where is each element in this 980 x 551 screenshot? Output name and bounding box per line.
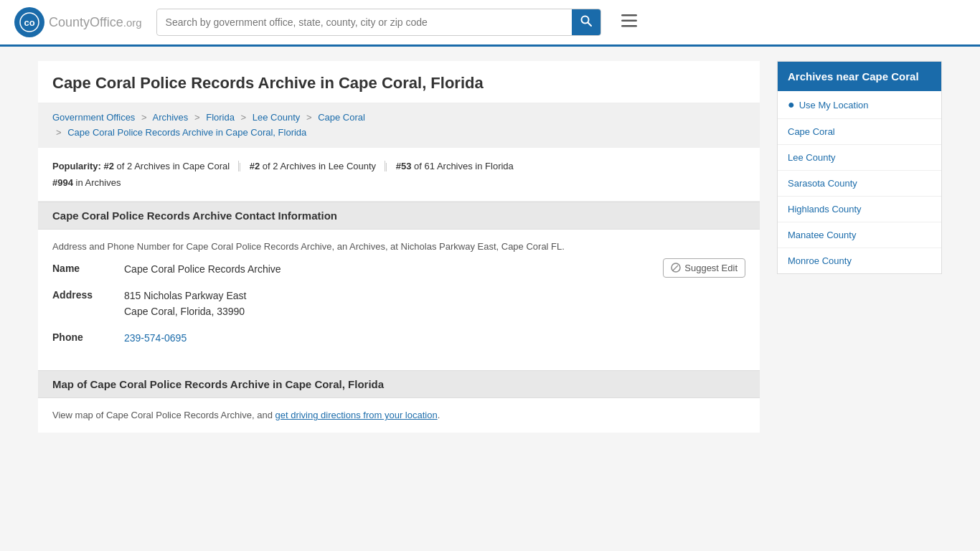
svg-text:co: co xyxy=(24,17,34,28)
driving-directions-link[interactable]: get driving directions from your locatio… xyxy=(275,410,437,420)
sidebar-box: Archives near Cape Coral ● Use My Locati… xyxy=(777,61,942,274)
breadcrumb-sep-2: > xyxy=(194,112,200,123)
breadcrumb-government-offices[interactable]: Government Offices xyxy=(52,112,135,123)
hamburger-icon xyxy=(621,14,637,27)
address-value: 815 Nicholas Parkway East Cape Coral, Fl… xyxy=(124,288,745,320)
map-description: View map of Cape Coral Police Records Ar… xyxy=(38,398,760,433)
contact-description: Address and Phone Number for Cape Coral … xyxy=(38,230,760,261)
breadcrumb-sep-4: > xyxy=(306,112,312,123)
sidebar-item-lee-county: Lee County xyxy=(778,145,941,171)
sidebar-title: Archives near Cape Coral xyxy=(778,62,941,91)
sidebar-item-sarasota-county: Sarasota County xyxy=(778,171,941,197)
phone-link[interactable]: 239-574-0695 xyxy=(124,332,187,344)
name-value: Cape Coral Police Records Archive Sugges… xyxy=(124,261,745,278)
popularity-section: Popularity: #2 of 2 Archives in Cape Cor… xyxy=(38,148,760,202)
svg-line-8 xyxy=(674,265,678,270)
logo-text: CountyOffice.org xyxy=(49,15,142,30)
breadcrumb-sep-5: > xyxy=(56,127,62,138)
page-title: Cape Coral Police Records Archive in Cap… xyxy=(38,61,760,103)
map-section-header: Map of Cape Coral Police Records Archive… xyxy=(38,370,760,398)
logo-icon: co xyxy=(14,7,44,37)
svg-rect-6 xyxy=(621,25,637,27)
breadcrumb-cape-coral[interactable]: Cape Coral xyxy=(318,112,365,123)
location-pin-icon: ● xyxy=(788,98,795,111)
site-logo[interactable]: co CountyOffice.org xyxy=(14,7,142,37)
suggest-edit-button[interactable]: Suggest Edit xyxy=(663,258,745,278)
breadcrumb-sep-3: > xyxy=(241,112,247,123)
edit-icon xyxy=(671,263,681,273)
svg-rect-4 xyxy=(621,14,637,17)
search-input[interactable] xyxy=(157,11,572,34)
sidebar: Archives near Cape Coral ● Use My Locati… xyxy=(777,61,942,433)
pop-item-4: #994 in Archives xyxy=(52,177,121,188)
breadcrumb-florida[interactable]: Florida xyxy=(206,112,235,123)
breadcrumb-current[interactable]: Cape Coral Police Records Archive in Cap… xyxy=(67,127,306,138)
sidebar-item-cape-coral: Cape Coral xyxy=(778,119,941,145)
breadcrumb-archives[interactable]: Archives xyxy=(153,112,189,123)
svg-line-3 xyxy=(588,23,591,27)
sidebar-item-monroe-county: Monroe County xyxy=(778,248,941,273)
menu-button[interactable] xyxy=(616,10,643,34)
sidebar-use-location[interactable]: ● Use My Location xyxy=(778,91,941,119)
pop-item-1: #2 of 2 Archives in Cape Coral xyxy=(104,161,230,171)
contact-name-row: Name Cape Coral Police Records Archive S… xyxy=(52,261,745,278)
popularity-label: Popularity: xyxy=(52,161,101,171)
sidebar-item-manatee-county: Manatee County xyxy=(778,222,941,248)
sidebar-item-highlands-county: Highlands County xyxy=(778,197,941,222)
pop-item-2: #2 of 2 Archives in Lee County xyxy=(250,161,376,171)
breadcrumb: Government Offices > Archives > Florida … xyxy=(38,103,760,148)
search-button[interactable] xyxy=(572,9,600,35)
address-label: Address xyxy=(52,288,124,301)
contact-section-header: Cape Coral Police Records Archive Contac… xyxy=(38,202,760,230)
pop-item-3: #53 of 61 Archives in Florida xyxy=(396,161,514,171)
contact-phone-row: Phone 239-574-0695 xyxy=(52,330,745,346)
search-container xyxy=(156,9,601,36)
breadcrumb-sep-1: > xyxy=(141,112,147,123)
phone-label: Phone xyxy=(52,330,124,343)
search-icon xyxy=(580,15,592,27)
breadcrumb-lee-county[interactable]: Lee County xyxy=(253,112,301,123)
svg-line-9 xyxy=(673,270,674,270)
contact-address-row: Address 815 Nicholas Parkway East Cape C… xyxy=(52,288,745,320)
use-my-location-link[interactable]: Use My Location xyxy=(799,100,869,110)
svg-rect-5 xyxy=(621,20,637,22)
phone-value: 239-574-0695 xyxy=(124,330,745,346)
main-content: Cape Coral Police Records Archive in Cap… xyxy=(38,61,760,433)
contact-table: Name Cape Coral Police Records Archive S… xyxy=(38,261,760,370)
name-label: Name xyxy=(52,261,124,274)
